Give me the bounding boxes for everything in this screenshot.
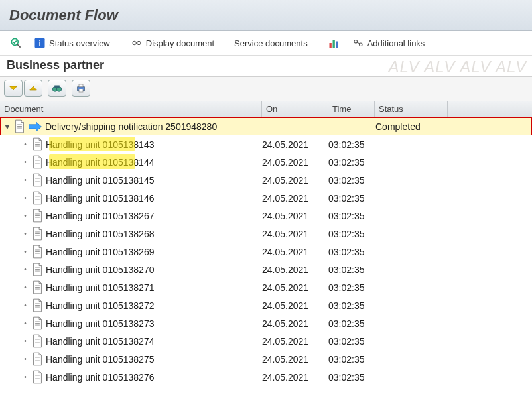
column-header-time[interactable]: Time: [328, 101, 375, 117]
leaf-bullet-icon: •: [21, 302, 29, 309]
magnifier-check-icon: [9, 36, 23, 50]
tree-child-row[interactable]: • Handling unit 0105138268 24.05.2021 03…: [0, 225, 532, 243]
collapse-up-icon: [27, 82, 39, 94]
chart-button[interactable]: [324, 35, 345, 51]
row-document-label: Handling unit 0105138272: [46, 300, 154, 311]
svg-rect-8: [332, 40, 334, 48]
status-overview-label: Status overview: [49, 38, 110, 48]
row-time: 03:02:35: [328, 336, 375, 347]
row-on: 24.05.2021: [262, 247, 328, 257]
row-time: 03:02:35: [328, 229, 375, 239]
row-document-label: Handling unit 0105138275: [46, 354, 154, 365]
row-time: 03:02:35: [328, 175, 375, 186]
row-document-label: Handling unit 0105138274: [46, 336, 154, 347]
row-document-label: Handling unit 0105138270: [46, 265, 154, 275]
leaf-bullet-icon: •: [21, 141, 29, 148]
column-header-on[interactable]: On: [262, 101, 328, 117]
row-document-label: Handling unit 0105138146: [46, 193, 154, 204]
row-on: 24.05.2021: [262, 157, 328, 168]
column-header-status[interactable]: Status: [375, 101, 448, 117]
leaf-bullet-icon: •: [21, 337, 29, 345]
tree-child-row[interactable]: • Handling unit 0105138272 24.05.2021 03…: [0, 296, 532, 314]
display-document-button[interactable]: Display document: [126, 35, 218, 51]
tree-child-row[interactable]: • Handling unit 0105138269 24.05.2021 03…: [0, 243, 532, 261]
document-icon: [32, 155, 43, 169]
inspect-button[interactable]: [5, 35, 27, 51]
find-button[interactable]: [48, 80, 66, 97]
row-time: 03:02:35: [328, 247, 375, 257]
row-time: 03:02:35: [328, 300, 375, 311]
svg-rect-9: [336, 42, 338, 48]
document-icon: [32, 316, 43, 330]
document-icon: [32, 137, 43, 151]
redacted-area: [126, 56, 325, 74]
row-on: 24.05.2021: [262, 139, 328, 150]
leaf-bullet-icon: •: [21, 248, 29, 255]
binoculars-icon: [51, 82, 63, 94]
info-icon: i: [33, 36, 46, 50]
row-document-label: Handling unit 0105138144: [46, 157, 154, 168]
subheader: Business partner ALV ALV ALV ALV: [0, 56, 532, 77]
document-icon: [32, 280, 43, 294]
document-icon: [32, 334, 43, 348]
svg-line-12: [356, 42, 360, 44]
row-document-label: Handling unit 0105138145: [46, 175, 154, 186]
additional-links-button[interactable]: Additional links: [348, 35, 429, 51]
column-header-document[interactable]: Document: [0, 101, 262, 117]
arrow-right-icon: [28, 121, 42, 132]
service-documents-button[interactable]: Service documents: [230, 37, 312, 50]
row-on: 24.05.2021: [262, 175, 328, 186]
row-on: 24.05.2021: [262, 318, 328, 329]
svg-line-1: [17, 44, 21, 48]
tree-child-row[interactable]: • Handling unit 0105138143 24.05.2021 03…: [0, 135, 532, 153]
tree-child-row[interactable]: • Handling unit 0105138276 24.05.2021 03…: [0, 368, 532, 386]
tree-child-row[interactable]: • Handling unit 0105138273 24.05.2021 03…: [0, 314, 532, 332]
leaf-bullet-icon: •: [21, 194, 29, 202]
document-icon: [32, 173, 43, 187]
additional-links-label: Additional links: [367, 38, 425, 48]
row-time: 03:02:35: [328, 354, 375, 365]
row-on: 24.05.2021: [262, 336, 328, 347]
leaf-bullet-icon: •: [21, 266, 29, 273]
collapse-icon[interactable]: ▼: [3, 123, 11, 131]
document-icon: [32, 245, 43, 259]
tree-child-row[interactable]: • Handling unit 0105138267 24.05.2021 03…: [0, 207, 532, 225]
svg-point-4: [133, 41, 136, 44]
row-time: 03:02:35: [328, 211, 375, 221]
row-on: 24.05.2021: [262, 354, 328, 365]
expand-down-icon: [7, 82, 19, 94]
tree-child-row[interactable]: • Handling unit 0105138145 24.05.2021 03…: [0, 171, 532, 189]
alv-watermark: ALV ALV ALV ALV: [389, 58, 527, 76]
display-document-label: Display document: [146, 38, 214, 48]
row-document-label: Handling unit 0105138276: [46, 372, 154, 383]
subheader-label: Business partner: [7, 58, 104, 72]
expand-all-button[interactable]: [4, 80, 23, 97]
svg-text:i: i: [38, 38, 40, 47]
svg-rect-15: [54, 86, 60, 88]
main-toolbar: i Status overview Display document Servi…: [0, 31, 532, 56]
bar-chart-icon: [328, 36, 341, 50]
leaf-bullet-icon: •: [21, 284, 29, 291]
leaf-bullet-icon: •: [21, 176, 29, 184]
leaf-bullet-icon: •: [21, 320, 29, 327]
tree-child-row[interactable]: • Handling unit 0105138270 24.05.2021 03…: [0, 261, 532, 278]
row-time: 03:02:35: [328, 193, 375, 204]
row-on: 24.05.2021: [262, 372, 328, 383]
printer-icon: [75, 82, 87, 94]
leaf-bullet-icon: •: [21, 212, 29, 219]
tree-child-row[interactable]: • Handling unit 0105138146 24.05.2021 03…: [0, 189, 532, 207]
leaf-bullet-icon: •: [21, 355, 29, 363]
print-button[interactable]: [72, 80, 90, 97]
tree-child-row[interactable]: • Handling unit 0105138271 24.05.2021 03…: [0, 278, 532, 296]
links-icon: [352, 36, 365, 50]
collapse-all-button[interactable]: [24, 80, 42, 97]
row-document-label: Handling unit 0105138267: [46, 211, 154, 221]
tree-root-row[interactable]: ▼ Delivery/shipping notification 2501948…: [0, 117, 532, 135]
tree-child-row[interactable]: • Handling unit 0105138275 24.05.2021 03…: [0, 350, 532, 368]
leaf-bullet-icon: •: [21, 373, 29, 381]
status-overview-button[interactable]: i Status overview: [29, 35, 114, 51]
tree-child-row[interactable]: • Handling unit 0105138274 24.05.2021 03…: [0, 332, 532, 350]
row-time: 03:02:35: [328, 139, 375, 150]
tree-child-row[interactable]: • Handling unit 0105138144 24.05.2021 03…: [0, 153, 532, 171]
row-on: 24.05.2021: [262, 300, 328, 311]
